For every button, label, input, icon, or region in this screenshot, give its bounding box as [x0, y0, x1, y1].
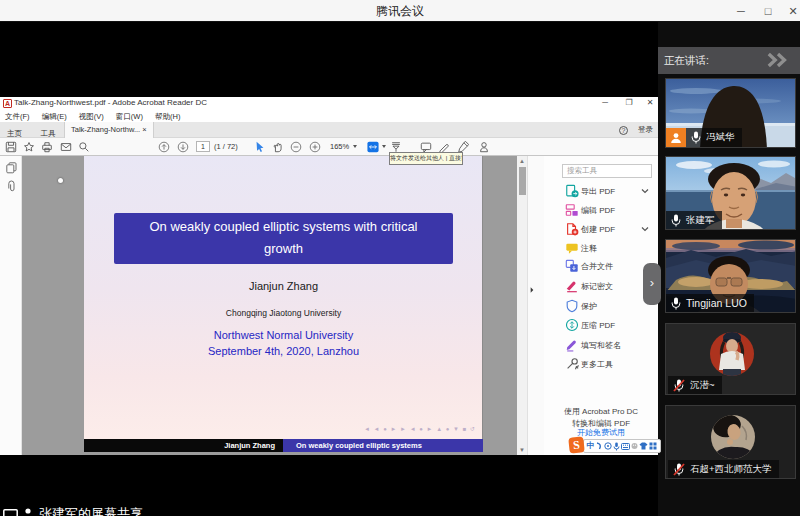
tools-search-input[interactable]: 搜索工具: [562, 164, 652, 178]
next-page-icon[interactable]: [177, 141, 189, 153]
zoom-level-value[interactable]: 165%: [330, 140, 349, 154]
acrobat-close-button[interactable]: ✕: [643, 97, 657, 109]
tool-label: 更多工具: [581, 356, 613, 373]
tools-panel: 搜索工具 导出 PDF 编辑 PDF 创建 PDF 注释: [544, 156, 658, 455]
host-badge: [666, 128, 686, 147]
menu-help[interactable]: 帮助(H): [150, 111, 185, 122]
ime-emoji-icon[interactable]: [631, 442, 638, 450]
comment-tool-icon: [565, 241, 579, 255]
help-icon[interactable]: ?: [619, 126, 628, 135]
tool-create-pdf[interactable]: 创建 PDF: [544, 221, 658, 238]
meeting-minimize-button[interactable]: ─: [732, 0, 750, 22]
menu-window[interactable]: 窗口(W): [111, 111, 148, 122]
ime-half-width-icon[interactable]: [596, 442, 603, 450]
menu-file[interactable]: 文件(F): [0, 111, 35, 122]
acrobat-minimize-button[interactable]: ─: [598, 97, 612, 109]
promo-line1: 使用 Acrobat Pro DC: [544, 406, 658, 417]
slide-footer-title: On weakly coupled elliptic systems: [283, 439, 483, 452]
slide-footer-author: Jianjun Zhang: [84, 439, 283, 452]
tool-more-tools[interactable]: 更多工具: [544, 356, 658, 373]
tab-close-icon[interactable]: ×: [142, 125, 146, 134]
tab-document[interactable]: Talk-Zhang-Northw... ×: [64, 122, 154, 138]
email-icon[interactable]: [60, 141, 72, 153]
speaking-now-label: 正在讲话:: [664, 47, 709, 74]
zoom-out-icon[interactable]: [290, 141, 302, 153]
meeting-maximize-button[interactable]: □: [759, 0, 777, 22]
meeting-window-title: 腾讯会议: [0, 0, 800, 22]
tool-export-pdf[interactable]: 导出 PDF: [544, 183, 658, 200]
print-icon[interactable]: [41, 141, 53, 153]
chevron-down-icon[interactable]: [641, 187, 649, 195]
participant-name: 石超+西北师范大学: [690, 463, 772, 476]
ime-voice-icon[interactable]: [613, 442, 620, 451]
promo-trial-link[interactable]: 开始免费试用: [544, 427, 658, 438]
participant-name: 张建军: [686, 214, 715, 227]
participant-tile-1[interactable]: 冯斌华: [665, 78, 796, 148]
beamer-nav-symbols: ◄ ◄ ● ► ► ◄ ● ► ▲ ● ▼ ■ ↺: [364, 425, 476, 432]
stamp-tool-icon[interactable]: [478, 141, 490, 153]
participant-tile-5[interactable]: 石超+西北师范大学: [665, 405, 796, 479]
meeting-close-button[interactable]: ✕: [784, 0, 800, 22]
ime-skin-icon[interactable]: [639, 442, 648, 450]
zoom-in-icon[interactable]: [309, 141, 321, 153]
ime-chinese-mode-icon[interactable]: 中: [587, 440, 595, 452]
ime-sogou-logo[interactable]: S: [568, 436, 585, 453]
mic-on-icon: [671, 214, 681, 227]
attachments-icon[interactable]: [6, 180, 17, 193]
search-icon[interactable]: [78, 141, 90, 153]
ime-toolbar[interactable]: 中: [583, 439, 661, 453]
page-thumbnails-icon[interactable]: [6, 162, 17, 174]
participant-name: 沉潜~: [690, 379, 715, 392]
star-favorites-icon[interactable]: [23, 141, 35, 153]
tool-label: 填写和签名: [581, 337, 621, 354]
scrollbar-thumb[interactable]: [519, 167, 526, 195]
tool-fill-sign[interactable]: 填写和签名: [544, 337, 658, 354]
fit-caret-icon[interactable]: [382, 145, 386, 148]
acrobat-menubar: 文件(F) 编辑(E) 视图(V) 窗口(W) 帮助(H): [0, 111, 658, 122]
edit-pdf-icon: [565, 203, 579, 217]
ime-keyboard-icon[interactable]: [621, 443, 630, 450]
tool-compress-pdf[interactable]: 压缩 PDF: [544, 317, 658, 334]
tool-combine-files[interactable]: 合并文件: [544, 258, 658, 275]
pdf-slide-page: On weakly coupled elliptic systems with …: [84, 156, 483, 452]
signin-link[interactable]: 登录: [638, 125, 653, 134]
fill-sign-tool-icon: [565, 338, 579, 352]
scroll-down-icon[interactable]: ▼: [517, 445, 527, 455]
previous-page-icon[interactable]: [158, 141, 170, 153]
protect-icon: [565, 299, 579, 313]
participant-tile-4[interactable]: 沉潜~: [665, 323, 796, 395]
page-number-input[interactable]: 1: [196, 141, 210, 152]
acrobat-logo-icon: A: [3, 99, 12, 108]
tool-protect[interactable]: 保护: [544, 298, 658, 315]
ime-punctuation-icon[interactable]: [604, 442, 612, 450]
chevron-down-icon[interactable]: [641, 225, 649, 233]
slide-author: Jianjun Zhang: [84, 280, 483, 292]
tool-comment[interactable]: 注释: [544, 240, 658, 257]
tool-edit-pdf[interactable]: 编辑 PDF: [544, 202, 658, 219]
sidebar-collapse-handle[interactable]: ›: [643, 263, 661, 305]
document-scrollbar[interactable]: ▲ ▼: [517, 156, 527, 455]
fit-width-icon[interactable]: [367, 141, 379, 153]
zoom-caret-icon[interactable]: [353, 145, 357, 148]
mic-on-icon: [671, 297, 681, 310]
tool-label: 导出 PDF: [581, 183, 615, 200]
collapse-chevrons-icon[interactable]: [766, 52, 790, 68]
tool-redact[interactable]: 标记密文: [544, 278, 658, 295]
acrobat-restore-button[interactable]: ❐: [622, 97, 636, 109]
save-icon[interactable]: [5, 141, 17, 153]
ime-toolbox-icon[interactable]: [649, 442, 657, 450]
menu-view[interactable]: 视图(V): [74, 111, 109, 122]
participant-tile-2[interactable]: 张建军: [665, 156, 796, 230]
participant-tile-3[interactable]: Tingjian LUO: [665, 239, 796, 313]
mic-muted-icon: [673, 379, 685, 392]
select-tool-icon[interactable]: [254, 141, 266, 153]
compress-pdf-icon: [565, 318, 579, 332]
screen-share-icon: [3, 509, 18, 516]
hand-tool-icon[interactable]: [272, 141, 284, 153]
combine-files-icon: [565, 259, 579, 273]
panel-collapse-icon[interactable]: [530, 286, 534, 294]
tool-label: 保护: [581, 298, 597, 315]
menu-edit[interactable]: 编辑(E): [37, 111, 72, 122]
scroll-up-icon[interactable]: ▲: [517, 156, 527, 166]
tool-label: 注释: [581, 240, 597, 257]
